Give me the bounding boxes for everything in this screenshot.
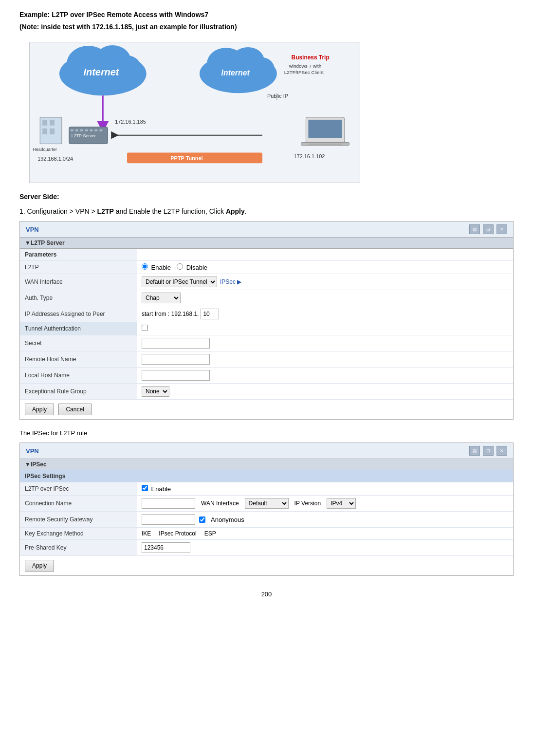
vpn-panel-icons: ▤ ⊡ ✕: [469, 224, 507, 234]
secret-input[interactable]: [142, 338, 210, 349]
param-label: Parameters: [20, 249, 137, 261]
svg-rect-19: [94, 129, 97, 131]
step1-bold: L2TP: [97, 207, 114, 215]
vpn-panel-ipsec: VPN ▤ ⊡ ✕ ▼IPSec IPSec Settings L2TP ove…: [19, 443, 514, 576]
network-diagram: Internet Headquarter L2TP Server: [29, 42, 360, 183]
page-title: Example: L2TP over IPSec Remote Access w…: [19, 10, 514, 32]
wan-interface-select[interactable]: Default or IPSec Tunnel: [142, 277, 217, 287]
exceptional-rule-select[interactable]: None: [142, 386, 169, 397]
apply-button-2[interactable]: Apply: [25, 560, 54, 572]
tunnel-auth-label: Tunnel Authentication: [20, 322, 137, 335]
tunnel-auth-checkbox[interactable]: [142, 325, 148, 331]
vpn-panel2-title: VPN: [26, 447, 39, 455]
table-row-remote-gw: Remote Security Gateway Anonymous: [20, 512, 513, 528]
title-line2: (Note: inside test with 172.16.1.185, ju…: [19, 22, 514, 32]
svg-rect-9: [42, 129, 47, 134]
page-number: 200: [19, 590, 514, 598]
table-row-actions-2: Apply: [20, 556, 513, 576]
title-line1: Example: L2TP over IPSec Remote Access w…: [19, 10, 514, 20]
ipsec-settings-label: IPSec Settings: [20, 470, 513, 482]
table-row-preshared-key: Pre-Shared Key: [20, 540, 513, 556]
apply-button-1[interactable]: Apply: [25, 404, 54, 415]
remote-host-input[interactable]: [142, 354, 210, 365]
svg-rect-7: [42, 120, 47, 126]
local-host-input[interactable]: [142, 370, 210, 381]
l2tp-enable-label[interactable]: Enable: [142, 263, 171, 271]
ip-version-select[interactable]: IPv4 IPv6: [327, 498, 356, 509]
preshared-key-input[interactable]: [142, 542, 190, 553]
l2tp-disable-radio[interactable]: [177, 263, 183, 270]
ipsec-form-table: IPSec Settings L2TP over IPSec Enable Co…: [20, 470, 513, 575]
ip-assigned-label: IP Addresses Assigned to Peer: [20, 306, 137, 322]
auth-type-select[interactable]: Chap PAP MSCHAP: [142, 293, 181, 303]
local-host-label: Local Host Name: [20, 368, 137, 384]
cancel-button-1[interactable]: Cancel: [58, 404, 91, 415]
table-row-l2tp-over-ipsec: L2TP over IPSec Enable: [20, 482, 513, 496]
connection-name-controls: WAN Interface Default IP Version IPv4 IP…: [137, 496, 513, 512]
vpn-panel2-icons: ▤ ⊡ ✕: [469, 446, 507, 456]
svg-text:172.16.1.185: 172.16.1.185: [115, 119, 146, 125]
svg-text:Headquarter: Headquarter: [33, 147, 57, 152]
vpn-panel-header: VPN ▤ ⊡ ✕: [20, 221, 513, 238]
wan-interface-label-2: WAN Interface: [201, 500, 239, 507]
svg-text:Public IP: Public IP: [267, 93, 288, 99]
remote-gw-label: Remote Security Gateway: [20, 512, 137, 528]
wan-label: WAN Interface: [20, 274, 137, 290]
table-row-wan: WAN Interface Default or IPSec Tunnel IP…: [20, 274, 513, 290]
step1-suffix: and Enable the L2TP function, Click: [114, 207, 226, 215]
l2tp-label: L2TP: [20, 261, 137, 274]
key-exchange-label: Key Exchange Method: [20, 528, 137, 540]
ip-version-label: IP Version: [294, 500, 321, 507]
panel2-icon-2: ⊡: [483, 446, 494, 456]
l2tp-enable-radio[interactable]: [142, 263, 148, 270]
svg-rect-14: [71, 129, 74, 131]
vpn-panel-title: VPN: [26, 226, 39, 233]
remote-gw-controls: Anonymous: [137, 512, 513, 528]
preshared-key-controls: [137, 540, 513, 556]
svg-text:Internet: Internet: [221, 69, 250, 77]
anonymous-checkbox[interactable]: [199, 516, 205, 523]
key-exchange-controls: IKE IPsec Protocol ESP: [137, 528, 513, 540]
step1-prefix: 1. Configuration > VPN >: [19, 207, 97, 215]
l2tp-over-ipsec-checkbox[interactable]: [142, 485, 148, 491]
table-row-auth: Auth. Type Chap PAP MSCHAP: [20, 290, 513, 306]
remote-host-controls: [137, 351, 513, 368]
svg-rect-18: [90, 129, 92, 131]
server-side-heading: Server Side:: [19, 193, 514, 201]
ip-assigned-controls: start from : 192.168.1.: [137, 306, 513, 322]
remote-gw-input[interactable]: [142, 514, 195, 525]
actions-cell: Apply Cancel: [20, 400, 513, 420]
step1-heading: 1. Configuration > VPN > L2TP and Enable…: [19, 207, 514, 215]
ip-start-prefix: start from : 192.168.1.: [142, 311, 199, 317]
svg-rect-15: [75, 129, 78, 131]
table-row-ipsec-settings: IPSec Settings: [20, 470, 513, 482]
exceptional-label: Exceptional Rule Group: [20, 384, 137, 400]
preshared-key-label: Pre-Shared Key: [20, 540, 137, 556]
svg-text:172.16.1.102: 172.16.1.102: [294, 153, 325, 159]
svg-text:192.168.1.0/24: 192.168.1.0/24: [37, 156, 73, 162]
vpn-panel2-header: VPN ▤ ⊡ ✕: [20, 443, 513, 459]
ipsec-link[interactable]: IPSec ▶: [220, 278, 241, 285]
l2tp-disable-label[interactable]: Disable: [177, 263, 207, 271]
svg-rect-17: [85, 129, 88, 131]
l2tp-over-ipsec-controls: Enable: [137, 482, 513, 496]
wan-interface-select-2[interactable]: Default: [245, 498, 289, 509]
svg-rect-10: [50, 129, 55, 134]
panel-icon-3: ✕: [496, 224, 507, 234]
table-row-actions: Apply Cancel: [20, 400, 513, 420]
panel2-icon-1: ▤: [469, 446, 480, 456]
svg-point-29: [248, 57, 275, 81]
tunnel-auth-controls: [137, 322, 513, 335]
connection-name-input[interactable]: [142, 498, 195, 509]
key-exchange-value: IKE: [142, 530, 151, 537]
secret-label: Secret: [20, 335, 137, 351]
table-row-local-host: Local Host Name: [20, 368, 513, 384]
svg-text:PPTP Tunnel: PPTP Tunnel: [170, 155, 202, 161]
svg-rect-39: [308, 144, 342, 145]
svg-rect-20: [99, 129, 102, 131]
ip-start-input[interactable]: [201, 309, 219, 319]
panel-icon-1: ▤: [469, 224, 480, 234]
l2tp-controls: Enable Disable: [137, 261, 513, 274]
svg-text:windows 7 with: windows 7 with: [289, 63, 322, 69]
svg-rect-37: [308, 120, 342, 138]
